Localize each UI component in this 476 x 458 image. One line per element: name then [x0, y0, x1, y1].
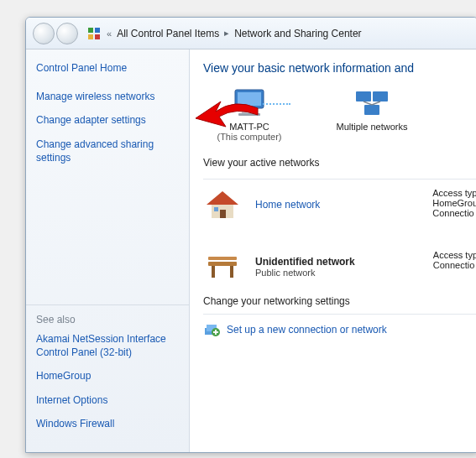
forward-button[interactable] [56, 23, 78, 44]
see-also-header: See also [36, 314, 179, 325]
sidebar-manage-wireless[interactable]: Manage wireless networks [36, 90, 179, 103]
main-panel: View your basic network information and … [190, 49, 476, 452]
sidebar-home[interactable]: Control Panel Home [36, 61, 179, 75]
divider-2 [203, 314, 476, 315]
seealso-internet-options[interactable]: Internet Options [36, 393, 179, 407]
page-title: View your basic network information and [203, 61, 476, 75]
svg-rect-10 [364, 105, 379, 115]
window-body: Control Panel Home Manage wireless netwo… [26, 49, 476, 452]
control-panel-icon [86, 26, 102, 41]
task-setup-connection[interactable]: Set up a new connection or network [203, 323, 476, 336]
house-icon [203, 188, 242, 221]
topology-networks[interactable]: Multiple networks [326, 88, 418, 142]
chevron-left-icon: « [107, 29, 112, 39]
topology-networks-name: Multiple networks [326, 122, 418, 132]
svg-rect-0 [88, 28, 93, 33]
access-info-2: Access typ Connectio [433, 250, 476, 270]
chevron-right-icon: ▸ [224, 28, 229, 39]
svg-rect-17 [208, 262, 237, 266]
access-info-1: Access typ HomeGrou Connectio [432, 188, 476, 218]
task-setup-link[interactable]: Set up a new connection or network [227, 324, 387, 336]
seealso-windows-firewall[interactable]: Windows Firewall [36, 417, 179, 430]
change-settings-header: Change your networking settings [203, 295, 476, 307]
topology-computer-sub: (This computer) [203, 132, 296, 142]
sidebar: Control Panel Home Manage wireless netwo… [26, 49, 190, 452]
sidebar-change-adapter[interactable]: Change adapter settings [36, 113, 179, 127]
svg-line-12 [372, 101, 380, 105]
network-icon [353, 88, 391, 118]
title-bar: « All Control Panel Items ▸ Network and … [26, 18, 476, 49]
svg-rect-1 [95, 28, 100, 33]
svg-rect-20 [230, 266, 233, 278]
active-networks-header: View your active networks [203, 157, 476, 169]
seealso-homegroup[interactable]: HomeGroup [36, 369, 179, 383]
topology-line-icon [254, 103, 290, 105]
svg-rect-7 [238, 113, 260, 116]
bench-icon [203, 250, 242, 284]
svg-rect-9 [373, 91, 388, 101]
svg-rect-6 [242, 110, 257, 113]
divider [203, 179, 476, 180]
svg-rect-16 [214, 207, 218, 211]
svg-rect-3 [95, 34, 100, 39]
nav-buttons [33, 23, 78, 44]
network-home-title[interactable]: Home network [255, 199, 320, 211]
svg-rect-8 [356, 91, 371, 101]
back-button[interactable] [33, 23, 55, 44]
control-panel-window: « All Control Panel Items ▸ Network and … [25, 17, 476, 453]
svg-rect-19 [212, 266, 215, 278]
svg-line-11 [364, 101, 372, 105]
add-connection-icon [203, 323, 220, 336]
svg-marker-13 [207, 191, 238, 205]
seealso-akamai[interactable]: Akamai NetSession Interface Control Pane… [36, 332, 179, 359]
svg-rect-18 [208, 257, 237, 260]
breadcrumb-root[interactable]: All Control Panel Items [117, 28, 219, 39]
topology-row: MATT-PC (This computer) Multiple network… [203, 88, 476, 142]
breadcrumb-bar[interactable]: « All Control Panel Items ▸ Network and … [86, 26, 362, 41]
topology-computer-name: MATT-PC [203, 122, 296, 132]
topology-computer[interactable]: MATT-PC (This computer) [203, 88, 296, 142]
network-unidentified-sub: Public network [255, 268, 355, 278]
network-unidentified-title: Unidentified network [255, 256, 355, 268]
breadcrumb-current[interactable]: Network and Sharing Center [234, 28, 361, 39]
svg-rect-15 [220, 210, 226, 218]
svg-rect-2 [88, 34, 93, 39]
sidebar-change-advanced[interactable]: Change advanced sharing settings [36, 138, 179, 164]
